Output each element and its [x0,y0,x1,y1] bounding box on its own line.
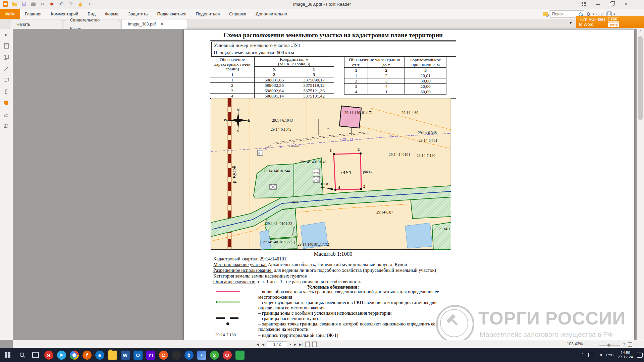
map-label: W [223,118,227,122]
map-label: 29:14-6.1043 [272,118,293,122]
clock[interactable]: 14:59 27.12.24 [618,351,633,359]
attachments-icon[interactable] [0,86,13,97]
map-label: 29:14:140101:33 [266,222,292,226]
map-label: :ЗУ1 [341,170,351,175]
taskbar-app-2gis[interactable]: 2 [208,348,221,362]
last-page-button[interactable]: ▶| [299,343,303,346]
table-row: 1220,01 [344,73,446,78]
navigation-panel: ► [0,29,13,340]
vertical-scrollbar[interactable]: ⌃ ⌄ [637,29,644,340]
map-label: р. Кулой [231,166,236,183]
menu-item-8[interactable]: Справка [224,9,251,19]
scroll-up-icon[interactable]: ⌃ [637,29,644,34]
menu-item-7[interactable]: Поделиться [191,9,224,19]
edit-pen-icon[interactable] [0,63,13,74]
tab-image-383[interactable]: Image_383.pdf ✕ [121,19,188,29]
legend-existing-boundary-swatch [216,301,240,303]
toolbar-collapse-icon[interactable]: ▼ [569,21,573,25]
taskbar-app-yahoo[interactable]: Y! [144,348,157,362]
search-icon[interactable] [578,12,583,16]
fit-screen-icon[interactable] [585,342,591,346]
panel-expand-icon[interactable]: ► [0,29,13,40]
comments-icon[interactable] [0,74,13,86]
menu-item-9[interactable]: Дополнительно [251,9,292,19]
zoom-out-icon[interactable]: − [594,342,596,346]
pages-icon[interactable] [0,52,13,63]
gear-caret-icon[interactable]: ▾ [593,12,594,16]
taskbar-app-app-green[interactable] [233,348,246,362]
taskbar-app-opera[interactable]: O [221,348,233,362]
map-label: 29:14:140101:43 [300,160,327,164]
legend-zone-label-swatch: 29:14-7.130 [211,333,258,339]
start-button[interactable] [0,348,15,362]
menu-item-5[interactable]: Защитить [123,9,152,19]
tile-windows-button[interactable] [579,1,588,7]
taskbar-app-telegram[interactable]: ➤ [55,348,68,362]
nav-back-icon[interactable]: ◁ [596,12,599,16]
parcel-area-row: Площадь земельного участка: 600 кв.м [211,49,456,57]
search-folder-icon[interactable] [543,12,548,16]
taskbar-app-app-dark[interactable] [170,348,182,362]
system-tray: ⌃ РУС 14:59 27.12.24 [581,348,643,362]
map-label: N [237,108,240,112]
search-input[interactable] [550,11,578,17]
map-label: 29:14:140101:177(2) [298,242,330,247]
taskbar-search-icon[interactable] [15,348,29,362]
security-icon[interactable] [0,97,13,109]
taskbar-app-firefox[interactable]: f [80,348,93,362]
fullscreen-icon[interactable] [628,342,632,347]
minimize-button[interactable]: — [593,1,602,7]
close-button[interactable]: ✕ [621,1,631,7]
zoom-slider[interactable] [599,345,620,346]
pagebox-caret-icon[interactable]: ▾ [290,343,291,346]
document-title: Схема расположения земельного участка на… [211,32,455,39]
bookmarks-icon[interactable] [0,40,13,52]
map-label: разв. [314,171,318,173]
task-view-icon[interactable] [29,348,42,362]
nav-forward-icon[interactable]: ▷ [601,12,604,16]
notification-center-icon[interactable] [637,353,643,358]
taskbar-app-chrome[interactable] [68,348,80,362]
tray-chevron-icon[interactable]: ⌃ [581,353,584,357]
taskbar-app-app-blue-b[interactable]: b [182,348,195,362]
scroll-down-icon[interactable]: ⌄ [637,335,644,339]
tab-certificate[interactable]: Свидетельство Кузне... [64,20,120,29]
continuous-view-icon[interactable] [312,342,317,347]
prev-page-button[interactable]: ◀ [262,343,264,346]
pdf-word-badge: PDF Word [608,17,619,27]
page-number-input[interactable] [267,341,287,347]
menu-item-0[interactable]: Файл [0,9,20,19]
taskbar-app-ccleaner[interactable]: C [157,348,170,362]
display-tray-icon[interactable] [588,353,594,357]
shared-review-icon[interactable] [0,120,13,131]
zoom-in-icon[interactable]: + [623,342,625,346]
menu-item-6[interactable]: Подключиться [152,9,191,19]
speaker-icon[interactable] [598,353,602,357]
signature-icon[interactable] [0,109,13,120]
account-caret-icon[interactable]: ▾ [614,12,615,16]
first-page-button[interactable]: |◀ [256,343,259,346]
taskbar-app-outlook[interactable]: O [131,348,144,362]
next-page-button[interactable]: ▶ [294,343,297,346]
map-label: 10 м [320,182,329,186]
taskbar-app-word[interactable]: W [119,348,131,362]
taskbar-app-edge[interactable]: e [93,348,106,362]
watermark-title: ТОРГИ РОССИИ [478,308,626,328]
pdf-to-word-banner[interactable]: Turn PDF files to Word PDF Word [576,16,644,28]
map-label: ж [272,185,274,188]
map-label: 29:14:1 [438,227,450,231]
language-indicator[interactable]: РУС [606,353,614,357]
scrollbar-thumb[interactable] [638,36,643,120]
restore-button[interactable] [607,1,616,7]
menu-item-1[interactable]: Главная [20,9,46,19]
windows-taskbar: Я➤feWOY!Cb▲2O ⌃ РУС 14:59 27.12.24 [0,348,644,362]
taskbar-app-yandex-browser[interactable]: Я [42,348,55,362]
tab-start[interactable]: Начать [10,20,62,29]
single-page-view-icon[interactable] [305,342,310,347]
map-label: 29:14-6.348 [418,131,437,135]
tab-close-icon[interactable]: ✕ [160,20,163,28]
reader-status-bar: |◀ ◀ ▾ ▶ ▶| 103,43% − + [13,340,644,348]
taskbar-app-file-explorer[interactable] [106,348,119,362]
taskbar-app-photos[interactable]: ▲ [195,348,208,362]
building-footprint [339,106,361,128]
